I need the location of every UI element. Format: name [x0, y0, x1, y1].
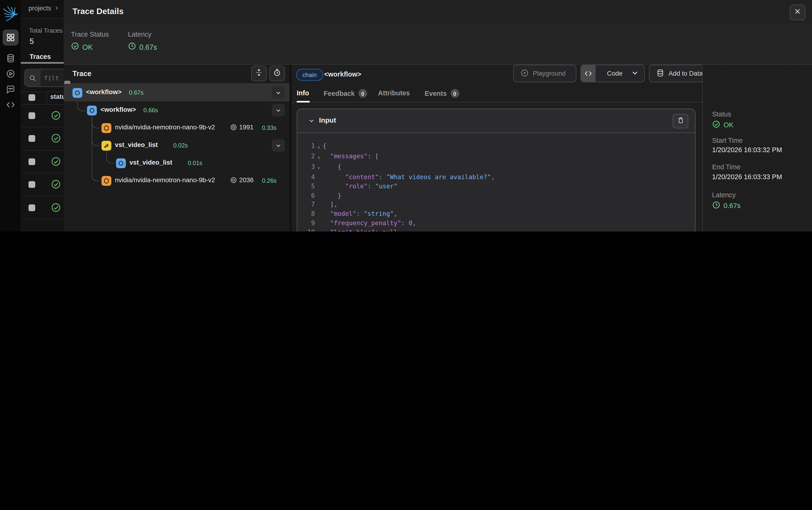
chevron-down-icon[interactable] [308, 117, 315, 126]
stopwatch-icon [273, 68, 281, 79]
tree-row-nvidia/nvidia-nemotron-nano-9b-v2[interactable]: nvidia/nvidia-nemotron-nano-9b-v219910.3… [64, 119, 289, 137]
chevron-down-icon[interactable] [272, 139, 285, 152]
fold-spacer [315, 182, 323, 191]
code-line: 6 } [297, 191, 695, 200]
tab-count-badge: 0 [358, 89, 367, 98]
token-icon [230, 177, 237, 184]
span-name: nvidia/nvidia-nemotron-nano-9b-v2 [115, 177, 215, 184]
copy-button[interactable] [673, 114, 688, 128]
input-json[interactable]: 1∨{2∨ "messages": [3∨ {4 "content": "Wha… [297, 133, 695, 232]
search-input[interactable] [40, 74, 64, 82]
select-all-checkbox[interactable] [28, 94, 35, 101]
grid-icon [6, 33, 16, 42]
row-checkbox[interactable] [28, 158, 35, 165]
table-row[interactable] [21, 173, 64, 196]
code-line: 10 "logit_bias": null, [297, 228, 695, 232]
fold-chevron-icon[interactable]: ∨ [315, 142, 323, 152]
status-label: Status [712, 110, 731, 118]
fold-chevron-icon[interactable]: ∨ [315, 152, 323, 162]
fold-chevron-icon[interactable]: ∨ [315, 162, 323, 173]
end-time-label: End Time [712, 163, 741, 171]
span-details-sidebar: Status OK Start Time 1/20/2026 16:03:32 … [702, 65, 812, 232]
span-duration: 0.67s [129, 89, 144, 96]
line-number: 4 [297, 173, 315, 182]
expand-collapse-button[interactable] [251, 66, 267, 81]
chat-icon [6, 84, 16, 94]
rail-item-grid[interactable] [3, 30, 19, 46]
tab-info[interactable]: Info [297, 89, 309, 97]
check-circle-icon [712, 120, 720, 130]
tab-feedback[interactable]: Feedback0 [324, 89, 367, 98]
phoenix-logo[interactable] [3, 6, 18, 23]
left-nav-rail [0, 0, 21, 232]
tab-count-badge: 0 [451, 89, 459, 98]
tab-attributes[interactable]: Attributes [378, 89, 410, 97]
row-checkbox[interactable] [28, 112, 35, 119]
tree-row-workflow[interactable]: <workflow>0.66s [64, 101, 289, 119]
status-ok-icon [51, 179, 61, 191]
row-checkbox[interactable] [28, 204, 35, 211]
chevron-down-icon[interactable] [272, 104, 285, 117]
trace-summary-strip [64, 23, 812, 65]
table-row[interactable] [21, 150, 64, 173]
app-root: projects Total Traces 5 Traces statu Tra… [0, 0, 812, 232]
fold-spacer [315, 201, 323, 210]
span-name: <workflow> [86, 89, 122, 96]
trace-search[interactable] [24, 69, 64, 87]
trace-tree-panel: Trace [64, 65, 292, 232]
trace-details-modal: Trace Details Trace Status OK Latency 0.… [64, 0, 812, 232]
llm-span-icon [102, 123, 111, 133]
code-icon[interactable] [581, 65, 596, 82]
row-checkbox[interactable] [28, 181, 35, 188]
tree-row-vst_video_list[interactable]: vst_video_list0.02s [64, 137, 289, 154]
modal-titlebar [64, 0, 812, 24]
breadcrumb[interactable]: projects [28, 5, 59, 12]
breadcrumb-label[interactable]: projects [28, 5, 51, 12]
tree-row-workflow[interactable]: <workflow>0.67s [64, 84, 289, 101]
timing-button[interactable] [269, 66, 285, 81]
rail-item-database[interactable] [4, 52, 17, 65]
latency-value: 0.67s [712, 201, 741, 211]
span-name: nvidia/nvidia-nemotron-nano-9b-v2 [115, 124, 215, 131]
line-number: 10 [297, 228, 315, 232]
total-traces-value: 5 [30, 37, 34, 45]
rail-item-code[interactable] [4, 98, 17, 111]
status-ok-icon [51, 133, 61, 145]
chevron-down-icon [631, 68, 639, 79]
line-number: 5 [297, 182, 315, 191]
table-row[interactable] [21, 196, 64, 219]
status-column-header[interactable]: statu [50, 93, 64, 100]
rail-item-play-circle[interactable] [4, 67, 17, 80]
check-circle-icon [71, 42, 79, 52]
latency-label: Latency [712, 191, 736, 199]
status-ok-icon [51, 156, 61, 169]
line-number: 9 [297, 219, 315, 228]
tab-traces[interactable]: Traces [30, 53, 51, 61]
column-divider [47, 92, 47, 103]
table-row[interactable] [21, 127, 64, 150]
database-icon [6, 53, 16, 63]
chevron-down-icon[interactable] [272, 86, 285, 99]
fold-spacer [315, 173, 323, 182]
span-name: <workflow> [100, 106, 136, 113]
code-button[interactable]: Code [581, 65, 645, 83]
token-count: 2036 [230, 177, 254, 184]
tree-row-nvidia/nvidia-nemotron-nano-9b-v2[interactable]: nvidia/nvidia-nemotron-nano-9b-v220360.2… [64, 172, 289, 189]
row-checkbox[interactable] [28, 135, 35, 142]
status-ok-icon [51, 110, 61, 122]
code-line: 2∨ "messages": [ [297, 152, 695, 162]
code-line: 4 "content": "What videos are available?… [297, 173, 695, 182]
token-icon [230, 124, 237, 131]
rail-item-chat[interactable] [4, 83, 17, 96]
playground-button[interactable]: Playground [513, 65, 576, 83]
tree-row-vst_video_list[interactable]: vst_video_list0.01s [64, 154, 289, 172]
input-panel-header[interactable]: Input [297, 109, 695, 133]
expand-vertical-icon [255, 68, 263, 79]
span-title: <workflow> [324, 70, 361, 78]
search-icon [25, 69, 40, 86]
modal-title: Trace Details [72, 7, 124, 16]
close-button[interactable] [790, 5, 805, 20]
table-row[interactable] [21, 104, 64, 127]
input-panel: Input 1∨{2∨ "messages": [3∨ {4 "content"… [297, 109, 695, 232]
tab-events[interactable]: Events0 [425, 89, 459, 98]
